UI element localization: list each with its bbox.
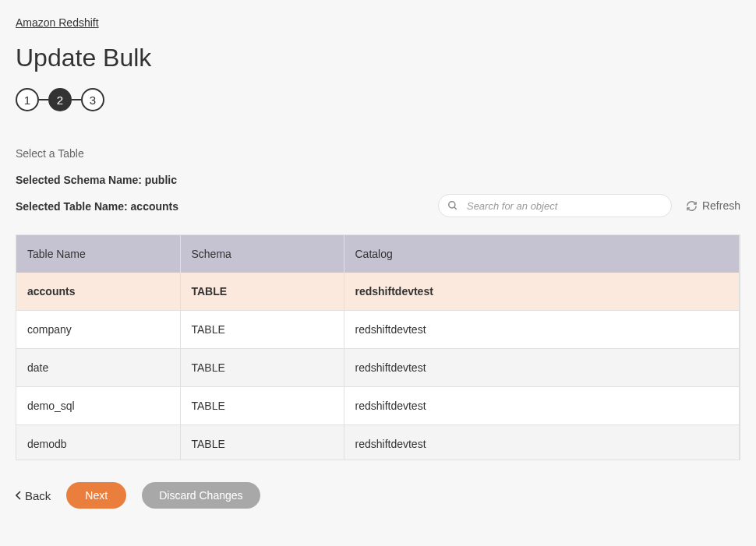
cell-catalog: redshiftdevtest — [344, 349, 740, 387]
step-1[interactable]: 1 — [16, 88, 39, 111]
refresh-label: Refresh — [702, 199, 740, 212]
table-container: Table Name Schema Catalog accountsTABLEr… — [16, 234, 740, 460]
column-header-catalog[interactable]: Catalog — [344, 235, 740, 273]
refresh-button[interactable]: Refresh — [686, 199, 740, 212]
breadcrumb-link[interactable]: Amazon Redshift — [16, 16, 99, 29]
cell-table-name: demodb — [16, 425, 180, 460]
cell-catalog: redshiftdevtest — [344, 425, 740, 460]
footer: Back Next Discard Changes — [16, 482, 740, 509]
cell-catalog: redshiftdevtest — [344, 387, 740, 425]
back-button[interactable]: Back — [16, 489, 51, 502]
table-row[interactable]: dateTABLEredshiftdevtest — [16, 349, 740, 387]
cell-catalog: redshiftdevtest — [344, 311, 740, 349]
chevron-left-icon — [16, 491, 22, 500]
tables-table: Table Name Schema Catalog accountsTABLEr… — [16, 235, 740, 460]
table-row[interactable]: accountsTABLEredshiftdevtest — [16, 273, 740, 311]
cell-table-name: accounts — [16, 273, 180, 311]
cell-schema: TABLE — [180, 349, 344, 387]
table-row[interactable]: demo_sqlTABLEredshiftdevtest — [16, 387, 740, 425]
svg-line-1 — [454, 207, 457, 210]
svg-point-0 — [449, 202, 455, 208]
cell-table-name: demo_sql — [16, 387, 180, 425]
search-input[interactable] — [438, 194, 672, 217]
cell-schema: TABLE — [180, 311, 344, 349]
select-table-label: Select a Table — [16, 147, 740, 160]
search-wrapper — [438, 194, 672, 217]
next-button[interactable]: Next — [66, 482, 126, 509]
table-row[interactable]: companyTABLEredshiftdevtest — [16, 311, 740, 349]
cell-schema: TABLE — [180, 273, 344, 311]
step-line — [39, 99, 48, 100]
table-row[interactable]: demodbTABLEredshiftdevtest — [16, 425, 740, 460]
stepper: 1 2 3 — [16, 88, 740, 111]
cell-catalog: redshiftdevtest — [344, 273, 740, 311]
page-title: Update Bulk — [16, 44, 740, 72]
column-header-table-name[interactable]: Table Name — [16, 235, 180, 273]
step-2[interactable]: 2 — [48, 88, 72, 111]
step-3[interactable]: 3 — [81, 88, 104, 111]
column-header-schema[interactable]: Schema — [180, 235, 344, 273]
cell-schema: TABLE — [180, 425, 344, 460]
refresh-icon — [686, 200, 698, 212]
selected-schema-name: Selected Schema Name: public — [16, 174, 740, 186]
cell-table-name: company — [16, 311, 180, 349]
back-label: Back — [25, 489, 51, 502]
search-icon — [447, 200, 458, 211]
step-line — [72, 99, 81, 100]
cell-table-name: date — [16, 349, 180, 387]
discard-button[interactable]: Discard Changes — [142, 482, 260, 509]
cell-schema: TABLE — [180, 387, 344, 425]
